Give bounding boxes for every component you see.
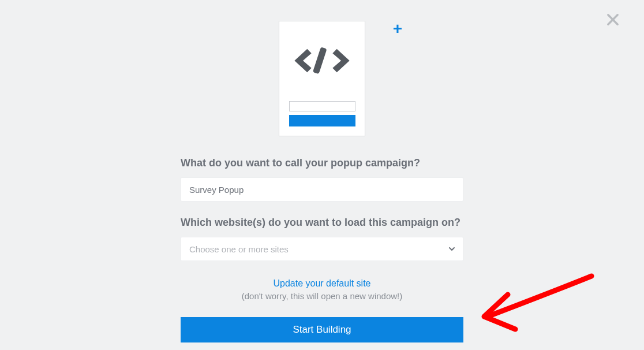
campaign-setup-modal: + What do you want to call your popup ca… bbox=[181, 0, 463, 342]
template-preview: + bbox=[279, 21, 365, 136]
update-default-site-link[interactable]: Update your default site bbox=[274, 278, 371, 288]
site-select[interactable] bbox=[181, 237, 463, 261]
template-preview-fields bbox=[289, 101, 355, 126]
svg-rect-2 bbox=[313, 47, 327, 74]
campaign-name-label: What do you want to call your popup camp… bbox=[181, 157, 463, 169]
campaign-name-input[interactable] bbox=[181, 177, 463, 202]
template-preview-card bbox=[279, 21, 365, 136]
close-icon[interactable] bbox=[605, 12, 621, 28]
template-preview-input bbox=[289, 101, 355, 111]
annotation-arrow bbox=[476, 271, 603, 341]
plus-icon: + bbox=[393, 21, 402, 37]
code-icon bbox=[290, 44, 354, 77]
campaign-form: What do you want to call your popup camp… bbox=[181, 157, 463, 342]
start-building-button[interactable]: Start Building bbox=[181, 317, 463, 342]
site-select-input[interactable] bbox=[181, 237, 463, 261]
default-site-hint: (don't worry, this will open a new windo… bbox=[181, 291, 463, 301]
campaign-site-label: Which website(s) do you want to load thi… bbox=[181, 217, 463, 229]
template-preview-button bbox=[289, 115, 355, 126]
